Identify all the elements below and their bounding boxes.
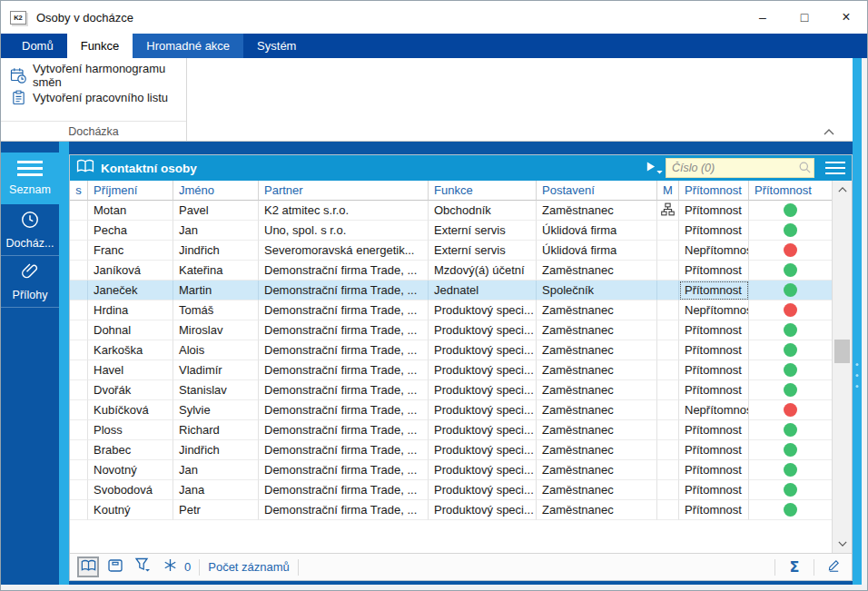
- cell-jmeno[interactable]: Stanislav: [173, 380, 259, 400]
- tab-system[interactable]: Systém: [243, 34, 310, 58]
- table-row[interactable]: HavelVladimírDemonstrační firma Trade, .…: [70, 360, 832, 380]
- cell-prijmeni[interactable]: Karkoška: [88, 340, 173, 360]
- cell-presence-indicator[interactable]: [749, 480, 832, 500]
- cell-funkce[interactable]: Externí servis: [429, 241, 537, 261]
- cell-jmeno[interactable]: Jan: [173, 460, 259, 480]
- table-row[interactable]: NovotnýJanDemonstrační firma Trade, ...P…: [70, 460, 832, 480]
- cell-pritomnost[interactable]: Přítomnost: [679, 420, 749, 440]
- table-row[interactable]: PechaJanUno, spol. s r.o.Externí servisÚ…: [70, 221, 832, 241]
- cell-prijmeni[interactable]: Motan: [88, 201, 173, 221]
- archive-box-button[interactable]: [104, 557, 126, 577]
- column-header-s[interactable]: s: [70, 181, 88, 201]
- cell-funkce[interactable]: Produktový speci...: [429, 420, 537, 440]
- cell-postaveni[interactable]: Společník: [537, 281, 657, 300]
- scroll-up-button[interactable]: [833, 181, 852, 199]
- cell-postaveni[interactable]: Zaměstnanec: [537, 420, 657, 440]
- cell-postaveni[interactable]: Zaměstnanec: [537, 440, 657, 460]
- cell-pritomnost[interactable]: Nepřítomnost: [679, 300, 749, 320]
- edit-button[interactable]: [823, 557, 844, 577]
- cell-pritomnost[interactable]: Přítomnost: [679, 201, 749, 221]
- cell-postaveni[interactable]: Zaměstnanec: [537, 380, 657, 400]
- cell-funkce[interactable]: Produktový speci...: [429, 480, 537, 500]
- create-shift-schedule-button[interactable]: Vytvoření harmonogramu směn: [10, 64, 186, 86]
- cell-funkce[interactable]: Produktový speci...: [429, 440, 537, 460]
- cell-m[interactable]: [657, 360, 679, 380]
- cell-presence-indicator[interactable]: [749, 360, 832, 380]
- snowflake-filter-button[interactable]: [159, 557, 181, 577]
- table-row[interactable]: HrdinaTomášDemonstrační firma Trade, ...…: [70, 300, 832, 320]
- cell-presence-indicator[interactable]: [749, 320, 832, 340]
- cell-partner[interactable]: Demonstrační firma Trade, ...: [259, 300, 429, 320]
- cell-prijmeni[interactable]: Kubíčková: [88, 400, 173, 420]
- cell-funkce[interactable]: Produktový speci...: [429, 460, 537, 480]
- cell-jmeno[interactable]: Jindřich: [173, 440, 259, 460]
- run-button[interactable]: [636, 157, 664, 179]
- column-header-funkce[interactable]: Funkce: [429, 181, 537, 201]
- cell-prijmeni[interactable]: Janeček: [88, 281, 173, 300]
- cell-selector[interactable]: [70, 360, 88, 380]
- collapse-ribbon-button[interactable]: [822, 125, 836, 136]
- cell-jmeno[interactable]: Petr: [173, 500, 259, 520]
- table-row[interactable]: KubíčkováSylvieDemonstrační firma Trade,…: [70, 400, 832, 420]
- cell-postaveni[interactable]: Zaměstnanec: [537, 261, 657, 281]
- cell-jmeno[interactable]: Jindřich: [173, 241, 259, 261]
- cell-presence-indicator[interactable]: [749, 221, 832, 241]
- table-row[interactable]: DohnalMiroslavDemonstrační firma Trade, …: [70, 320, 832, 340]
- column-header-pritomnost-indicator[interactable]: Přítomnost: [749, 181, 832, 201]
- cell-partner[interactable]: Demonstrační firma Trade, ...: [259, 460, 429, 480]
- sum-button[interactable]: Σ: [784, 557, 805, 577]
- cell-m[interactable]: [657, 300, 679, 320]
- cell-m[interactable]: [657, 241, 679, 261]
- cell-m[interactable]: [657, 460, 679, 480]
- cell-funkce[interactable]: Obchodník: [429, 201, 537, 221]
- cell-selector[interactable]: [70, 500, 88, 520]
- cell-prijmeni[interactable]: Hrdina: [88, 300, 173, 320]
- cell-funkce[interactable]: Produktový speci...: [429, 340, 537, 360]
- cell-postaveni[interactable]: Zaměstnanec: [537, 500, 657, 520]
- cell-prijmeni[interactable]: Svobodová: [88, 480, 173, 500]
- table-row[interactable]: KarkoškaAloisDemonstrační firma Trade, .…: [70, 340, 832, 360]
- cell-pritomnost[interactable]: Nepřítomnost: [679, 400, 749, 420]
- cell-jmeno[interactable]: Kateřina: [173, 261, 259, 281]
- cell-selector[interactable]: [70, 400, 88, 420]
- cell-jmeno[interactable]: Richard: [173, 420, 259, 440]
- cell-presence-indicator[interactable]: [749, 500, 832, 520]
- cell-postaveni[interactable]: Zaměstnanec: [537, 400, 657, 420]
- cell-funkce[interactable]: Produktový speci...: [429, 360, 537, 380]
- panel-menu-button[interactable]: [821, 155, 850, 181]
- cell-prijmeni[interactable]: Brabec: [88, 440, 173, 460]
- cell-m[interactable]: [657, 380, 679, 400]
- cell-funkce[interactable]: Jednatel: [429, 281, 537, 300]
- table-row[interactable]: SvobodováJanaDemonstrační firma Trade, .…: [70, 480, 832, 500]
- cell-prijmeni[interactable]: Franc: [88, 241, 173, 261]
- sidebar-item-seznam[interactable]: Seznam: [1, 153, 59, 204]
- cell-funkce[interactable]: Produktový speci...: [429, 380, 537, 400]
- cell-postaveni[interactable]: Zaměstnanec: [537, 340, 657, 360]
- cell-partner[interactable]: Demonstrační firma Trade, ...: [259, 400, 429, 420]
- cell-pritomnost[interactable]: Přítomnost: [679, 460, 749, 480]
- cell-presence-indicator[interactable]: [749, 261, 832, 281]
- cell-postaveni[interactable]: Zaměstnanec: [537, 201, 657, 221]
- minimize-button[interactable]: –: [742, 1, 784, 34]
- cell-partner[interactable]: Demonstrační firma Trade, ...: [259, 500, 429, 520]
- cell-pritomnost[interactable]: Nepřítomnost: [679, 241, 749, 261]
- cell-selector[interactable]: [70, 241, 88, 261]
- cell-prijmeni[interactable]: Novotný: [88, 460, 173, 480]
- column-header-postaveni[interactable]: Postavení: [537, 181, 657, 201]
- cell-selector[interactable]: [70, 261, 88, 281]
- table-row[interactable]: MotanPavelK2 atmitec s.r.o.ObchodníkZamě…: [70, 201, 832, 221]
- cell-partner[interactable]: Demonstrační firma Trade, ...: [259, 420, 429, 440]
- cell-selector[interactable]: [70, 201, 88, 221]
- cell-postaveni[interactable]: Zaměstnanec: [537, 300, 657, 320]
- table-row[interactable]: PlossRichardDemonstrační firma Trade, ..…: [70, 420, 832, 440]
- table-row[interactable]: BrabecJindřichDemonstrační firma Trade, …: [70, 440, 832, 460]
- cell-m[interactable]: [657, 420, 679, 440]
- cell-pritomnost[interactable]: Přítomnost: [679, 440, 749, 460]
- close-button[interactable]: ×: [825, 1, 867, 34]
- sidebar-item-dochazka[interactable]: Docház...: [1, 204, 59, 256]
- cell-partner[interactable]: Demonstrační firma Trade, ...: [259, 380, 429, 400]
- cell-postaveni[interactable]: Úklidová firma: [537, 241, 657, 261]
- scroll-down-button[interactable]: [833, 535, 852, 553]
- cell-pritomnost[interactable]: Přítomnost: [679, 340, 749, 360]
- table-row[interactable]: FrancJindřichSeveromoravská energetik...…: [70, 241, 832, 261]
